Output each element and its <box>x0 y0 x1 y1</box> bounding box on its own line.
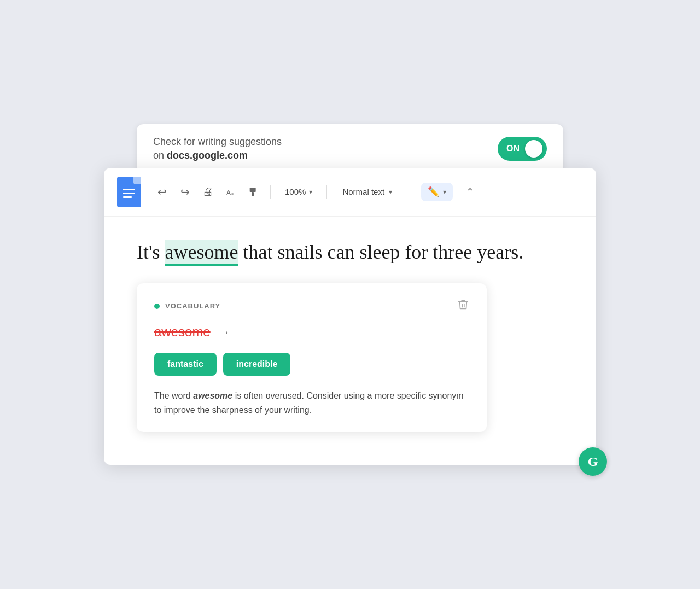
toggle-circle <box>525 140 542 158</box>
toggle-container: ON <box>498 137 547 161</box>
category-label: VOCABULARY <box>165 302 220 310</box>
zoom-control[interactable]: 100% ▾ <box>279 185 318 199</box>
style-value: Normal text <box>342 187 384 196</box>
card-header: VOCABULARY <box>154 299 469 313</box>
svg-rect-2 <box>250 188 256 192</box>
toolbar: ↩ ↪ 🖨 A a 100% <box>104 168 596 217</box>
suggestion-card: VOCABULARY awesome → <box>137 283 487 432</box>
sentence-before: It's <box>137 241 165 263</box>
toolbar-icons: ↩ ↪ 🖨 A a <box>154 184 261 200</box>
word-replacement: awesome → <box>154 324 469 340</box>
pencil-icon: ✏️ <box>428 186 440 198</box>
doc-content: It's awesome that snails can sleep for t… <box>104 217 596 465</box>
chevron-up-icon[interactable]: ⌃ <box>466 186 474 198</box>
grammarly-fab[interactable]: G <box>579 447 607 476</box>
grammarly-g-logo: G <box>588 454 598 469</box>
scene: Check for writing suggestions on docs.go… <box>104 124 596 465</box>
toggle-label: ON <box>506 144 520 154</box>
suggestion-description: The word awesome is often overused. Cons… <box>154 389 469 417</box>
spell-check-icon[interactable]: A a <box>223 184 238 200</box>
format-paint-icon[interactable] <box>246 184 261 200</box>
docs-window: ↩ ↪ 🖨 A a 100% <box>104 168 596 465</box>
docs-logo-line-2 <box>123 193 135 194</box>
zoom-value: 100% <box>285 187 306 196</box>
style-dropdown-arrow: ▾ <box>389 188 392 196</box>
edit-button[interactable]: ✏️ ▾ <box>421 183 453 201</box>
notification-banner: Check for writing suggestions on docs.go… <box>137 124 563 173</box>
original-word: awesome <box>154 324 211 340</box>
docs-logo[interactable] <box>117 177 141 207</box>
redo-icon[interactable]: ↪ <box>177 184 192 200</box>
style-control[interactable]: Normal text ▾ <box>336 185 412 199</box>
card-category: VOCABULARY <box>154 302 220 310</box>
arrow-icon: → <box>219 326 230 339</box>
notification-site: docs.google.com <box>167 150 248 161</box>
edit-dropdown-arrow: ▾ <box>443 188 446 196</box>
suggestion-fantastic-button[interactable]: fantastic <box>154 353 217 376</box>
undo-icon[interactable]: ↩ <box>154 184 170 200</box>
print-icon[interactable]: 🖨 <box>200 184 215 200</box>
svg-rect-3 <box>252 192 254 196</box>
docs-logo-line-1 <box>123 189 135 190</box>
category-dot <box>154 304 160 309</box>
toolbar-divider-2 <box>326 185 327 199</box>
suggestion-incredible-button[interactable]: incredible <box>223 353 291 376</box>
main-sentence: It's awesome that snails can sleep for t… <box>137 238 563 266</box>
description-word: awesome <box>193 391 232 400</box>
description-before: The word <box>154 391 193 400</box>
notification-text: Check for writing suggestions on docs.go… <box>153 135 282 162</box>
toolbar-divider-1 <box>270 185 271 199</box>
writing-suggestions-toggle[interactable]: ON <box>498 137 547 161</box>
notification-line2: on <box>153 150 167 161</box>
svg-text:a: a <box>231 190 234 196</box>
docs-logo-line-3 <box>123 196 132 198</box>
zoom-dropdown-arrow: ▾ <box>309 188 312 196</box>
trash-icon[interactable] <box>457 299 469 313</box>
sentence-after: that snails can sleep for three years. <box>238 241 523 263</box>
highlighted-word: awesome <box>165 240 238 266</box>
docs-logo-lines <box>123 189 135 198</box>
notification-line1: Check for writing suggestions <box>153 136 282 147</box>
suggestion-buttons: fantastic incredible <box>154 353 469 376</box>
